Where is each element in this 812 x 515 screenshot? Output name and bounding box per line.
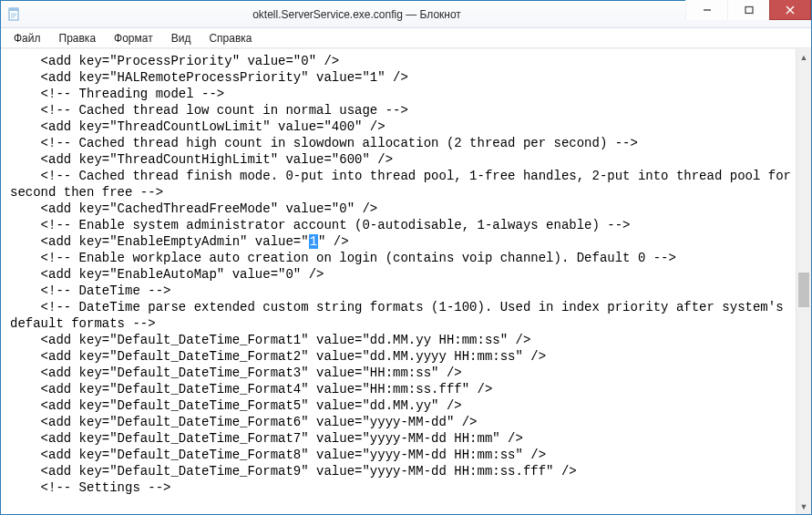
menu-edit[interactable]: Правка (52, 30, 104, 46)
menubar: Файл Правка Формат Вид Справка (1, 28, 811, 48)
titlebar[interactable]: oktell.ServerService.exe.config — Блокно… (1, 1, 811, 28)
scroll-down-arrow-icon[interactable]: ▼ (797, 499, 811, 514)
menu-file[interactable]: Файл (6, 30, 48, 46)
text-editor[interactable]: <add key="ProcessPriority" value="0" /> … (1, 49, 796, 514)
window-controls (685, 1, 811, 27)
minimize-button[interactable] (685, 0, 727, 20)
maximize-button[interactable] (727, 0, 769, 20)
scroll-thumb[interactable] (798, 273, 809, 307)
scroll-up-arrow-icon[interactable]: ▲ (797, 49, 811, 65)
vertical-scrollbar[interactable]: ▲ ▼ (796, 49, 811, 514)
editor-area: <add key="ProcessPriority" value="0" /> … (1, 48, 811, 514)
svg-rect-6 (745, 7, 753, 14)
menu-help[interactable]: Справка (201, 30, 259, 46)
scroll-track[interactable] (797, 65, 811, 499)
app-window: oktell.ServerService.exe.config — Блокно… (0, 0, 812, 515)
window-title: oktell.ServerService.exe.config — Блокно… (28, 8, 685, 21)
menu-view[interactable]: Вид (164, 30, 199, 46)
close-button[interactable] (769, 0, 811, 20)
app-icon (1, 7, 28, 22)
text-selection: 1 (309, 234, 318, 249)
menu-format[interactable]: Формат (107, 30, 160, 46)
svg-rect-1 (9, 8, 18, 11)
